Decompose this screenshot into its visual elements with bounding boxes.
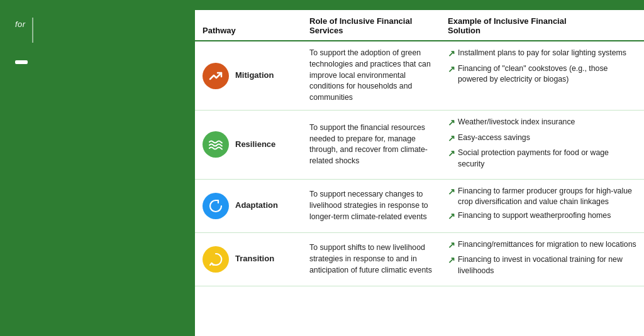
solution-item: ↗Easy-access savings bbox=[448, 133, 636, 145]
adaptation-icon bbox=[203, 193, 229, 219]
solution-item: ↗Weather/livestock index insurance bbox=[448, 117, 636, 129]
solution-item: ↗Installment plans to pay for solar ligh… bbox=[448, 48, 636, 60]
table-row: Transition To support shifts to new live… bbox=[195, 232, 644, 286]
arrow-icon: ↗ bbox=[448, 63, 455, 76]
table-wrapper: Pathway Role of Inclusive FinancialServi… bbox=[195, 10, 644, 336]
pathway-label-mitigation: Mitigation bbox=[235, 70, 274, 82]
solution-item: ↗Financing to invest in vocational train… bbox=[448, 254, 636, 276]
role-cell-mitigation: To support the adoption of green technol… bbox=[302, 41, 440, 111]
pathway-cell-adaptation: Adaptation bbox=[195, 179, 302, 232]
role-cell-transition: To support shifts to new livelihood stra… bbox=[302, 232, 440, 286]
arrow-icon: ↗ bbox=[448, 148, 455, 160]
arrow-icon: ↗ bbox=[448, 186, 455, 198]
resilience-icon bbox=[203, 131, 229, 158]
solution-item: ↗Social protection payments for food or … bbox=[448, 148, 636, 169]
pathway-cell-mitigation: Mitigation bbox=[195, 41, 302, 111]
right-panel: Pathway Role of Inclusive FinancialServi… bbox=[195, 0, 644, 336]
header-logo: for bbox=[15, 18, 180, 43]
solutions-cell-resilience: ↗Weather/livestock index insurance↗Easy-… bbox=[440, 111, 644, 180]
center-fi-logo-text: for bbox=[15, 19, 26, 41]
framework-title-bar bbox=[195, 0, 644, 10]
solution-item: ↗Financing to support weatherproofing ho… bbox=[448, 210, 636, 223]
pathway-cell-resilience: Resilience bbox=[195, 111, 302, 180]
left-panel: for bbox=[0, 0, 195, 336]
col-header-pathway: Pathway bbox=[195, 10, 302, 41]
pathway-label-transition: Transition bbox=[235, 253, 274, 265]
table-row: Resilience To support the financial reso… bbox=[195, 111, 644, 180]
solutions-cell-adaptation: ↗Financing to farmer producer groups for… bbox=[440, 179, 644, 232]
solution-item: ↗Financing/remittances for migration to … bbox=[448, 239, 636, 252]
transition-icon bbox=[203, 246, 229, 273]
col-header-role: Role of Inclusive FinancialServices bbox=[302, 10, 440, 41]
table-row: Mitigation To support the adoption of gr… bbox=[195, 41, 644, 111]
arrow-icon: ↗ bbox=[448, 239, 455, 252]
arrow-icon: ↗ bbox=[448, 210, 455, 223]
pathway-cell-transition: Transition bbox=[195, 232, 302, 286]
col-header-example: Example of Inclusive FinancialSolution bbox=[440, 10, 644, 41]
pathway-label-adaptation: Adaptation bbox=[235, 200, 278, 212]
table-header-row: Pathway Role of Inclusive FinancialServi… bbox=[195, 10, 644, 41]
solutions-cell-transition: ↗Financing/remittances for migration to … bbox=[440, 232, 644, 286]
arrow-icon: ↗ bbox=[448, 48, 455, 60]
solutions-cell-mitigation: ↗Installment plans to pay for solar ligh… bbox=[440, 41, 644, 111]
pathway-label-resilience: Resilience bbox=[235, 139, 275, 151]
arrow-icon: ↗ bbox=[448, 254, 455, 267]
report-badge bbox=[15, 60, 28, 64]
table-row: Adaptation To support necessary changes … bbox=[195, 179, 644, 232]
arrow-icon: ↗ bbox=[448, 133, 455, 145]
solution-item: ↗Financing to farmer producer groups for… bbox=[448, 186, 636, 207]
solution-item: ↗Financing of "clean" cookstoves (e.g., … bbox=[448, 63, 636, 85]
logo-divider bbox=[32, 18, 33, 43]
framework-table: Pathway Role of Inclusive FinancialServi… bbox=[195, 10, 644, 286]
role-cell-resilience: To support the financial resources neede… bbox=[302, 111, 440, 180]
mitigation-icon bbox=[203, 63, 229, 89]
role-cell-adaptation: To support necessary changes to liveliho… bbox=[302, 179, 440, 232]
arrow-icon: ↗ bbox=[448, 117, 455, 129]
